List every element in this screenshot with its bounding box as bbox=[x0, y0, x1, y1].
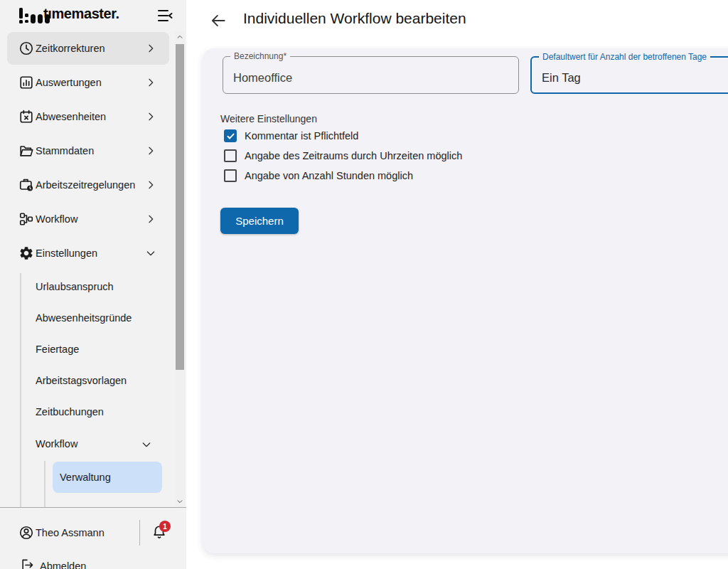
sidebar-subitem-urlaubsanspruch[interactable]: Urlaubsanspruch bbox=[27, 271, 162, 302]
notifications-bell-icon[interactable]: 1 bbox=[151, 523, 171, 543]
scroll-down-icon[interactable] bbox=[175, 496, 185, 507]
save-button[interactable]: Speichern bbox=[220, 208, 299, 234]
bar-chart-icon bbox=[18, 75, 34, 90]
checkbox-icon[interactable] bbox=[224, 169, 237, 182]
chevron-right-icon bbox=[145, 213, 156, 225]
calendar-x-icon bbox=[18, 109, 34, 124]
brand-row: tımemaster. bbox=[0, 0, 186, 31]
chevron-right-icon bbox=[145, 145, 156, 156]
bezeichnung-field[interactable]: Bezeichnung* Homeoffice bbox=[223, 56, 519, 94]
logout-label: Abmelden bbox=[40, 560, 86, 569]
sidebar-subitem-abwesenheitsgruende[interactable]: Abwesenheitsgründe bbox=[27, 302, 162, 334]
back-arrow-icon[interactable] bbox=[209, 11, 228, 30]
notification-badge: 1 bbox=[159, 521, 171, 532]
page-title: Individuellen Workflow bearbeiten bbox=[243, 10, 466, 27]
sidebar-item-arbeitszeitregelungen[interactable]: Arbeitszeitregelungen bbox=[7, 169, 169, 201]
sidebar-subitem-einstellungen-clipped[interactable]: Einstellungen bbox=[53, 501, 162, 507]
scrollbar-thumb[interactable] bbox=[176, 44, 184, 370]
bezeichnung-field-value: Homeoffice bbox=[233, 57, 292, 93]
chevron-right-icon bbox=[145, 43, 156, 54]
sidebar-divider bbox=[0, 507, 186, 508]
user-divider bbox=[139, 520, 140, 546]
user-name[interactable]: Theo Assmann bbox=[36, 516, 105, 550]
sidebar-subitem-feiertage[interactable]: Feiertage bbox=[27, 334, 162, 365]
sidebar-item-zeitkorrekturen[interactable]: Zeitkorrekturen bbox=[7, 32, 169, 65]
user-avatar-icon[interactable] bbox=[18, 525, 34, 541]
gear-icon bbox=[18, 245, 34, 261]
sidebar-nav: Zeitkorrekturen Auswertungen bbox=[0, 31, 186, 507]
menu-collapse-icon[interactable] bbox=[156, 7, 173, 24]
app-window: tımemaster. Zeitkorrekturen bbox=[0, 0, 728, 569]
user-row: Theo Assmann 1 bbox=[0, 516, 186, 550]
subsubmenu-indent-guide bbox=[44, 461, 46, 507]
form-card: Bezeichnung* Homeoffice Defaultwert für … bbox=[203, 48, 728, 553]
sidebar-subitem-arbeitstagsvorlagen[interactable]: Arbeitstagsvorlagen bbox=[27, 365, 162, 396]
brand-name: tımemaster. bbox=[43, 6, 119, 22]
chevron-right-icon bbox=[145, 77, 156, 88]
clock-icon bbox=[18, 41, 34, 56]
sidebar-subitem-workflow[interactable]: Workflow bbox=[27, 428, 162, 459]
checkbox-kommentar-pflichtfeld[interactable]: Kommentar ist Pflichtfeld bbox=[224, 128, 530, 144]
sidebar-item-einstellungen[interactable]: Einstellungen bbox=[7, 237, 169, 270]
sidebar-scrollbar[interactable] bbox=[175, 31, 185, 507]
logout-icon bbox=[20, 558, 34, 569]
sidebar-item-workflow[interactable]: Workflow bbox=[7, 203, 169, 235]
logout-button[interactable]: Abmelden bbox=[0, 553, 186, 569]
sidebar-subitem-verwaltung[interactable]: Verwaltung bbox=[53, 462, 162, 493]
checkbox-icon[interactable] bbox=[224, 129, 237, 142]
group-label: Weitere Einstellungen bbox=[220, 113, 317, 124]
sidebar: tımemaster. Zeitkorrekturen bbox=[0, 0, 186, 569]
chevron-right-icon bbox=[145, 111, 156, 122]
defaultwert-field-value: Ein Tag bbox=[542, 58, 581, 92]
sidebar-item-stammdaten[interactable]: Stammdaten bbox=[7, 134, 169, 167]
checkbox-anzahl-stunden[interactable]: Angabe von Anzahl Stunden möglich bbox=[224, 168, 530, 184]
sidebar-subitem-zeitbuchungen[interactable]: Zeitbuchungen bbox=[27, 396, 162, 427]
scroll-up-icon[interactable] bbox=[175, 31, 185, 43]
chevron-down-icon bbox=[141, 439, 152, 450]
workflow-icon bbox=[18, 211, 34, 227]
briefcase-clock-icon bbox=[18, 177, 34, 193]
folder-icon bbox=[18, 143, 34, 159]
sidebar-item-auswertungen[interactable]: Auswertungen bbox=[7, 66, 169, 99]
chevron-right-icon bbox=[145, 179, 156, 191]
checkbox-zeitraum-uhrzeiten[interactable]: Angabe des Zeitraums durch Uhrzeiten mög… bbox=[224, 148, 530, 164]
submenu-indent-guide bbox=[20, 273, 21, 507]
defaultwert-field[interactable]: Defaultwert für Anzahl der betroffenen T… bbox=[530, 56, 728, 94]
main-content: Individuellen Workflow bearbeiten Bezeic… bbox=[186, 0, 728, 569]
checkbox-icon[interactable] bbox=[224, 149, 237, 162]
sidebar-item-abwesenheiten[interactable]: Abwesenheiten bbox=[7, 100, 169, 133]
chevron-down-icon bbox=[145, 248, 156, 259]
